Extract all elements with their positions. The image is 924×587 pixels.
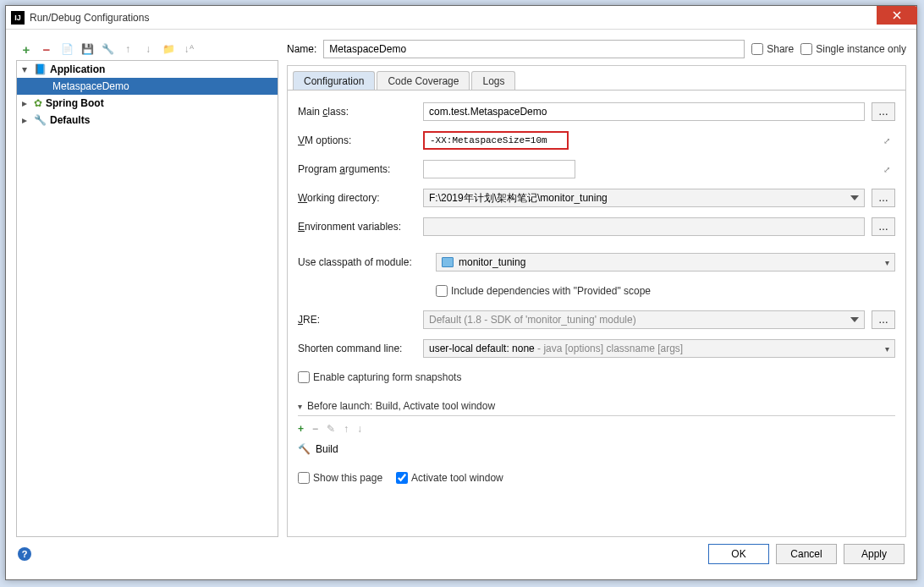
- env-vars-row: Environment variables: …: [298, 214, 895, 239]
- program-args-input[interactable]: [423, 160, 575, 178]
- name-input[interactable]: [323, 40, 745, 58]
- vm-options-input[interactable]: [423, 131, 569, 150]
- show-page-checkbox[interactable]: Show this page: [298, 472, 382, 484]
- working-dir-browse-button[interactable]: …: [872, 189, 895, 207]
- main-class-row: Main class: …: [298, 99, 895, 124]
- titlebar: IJ Run/Debug Configurations: [6, 6, 916, 30]
- tab-logs[interactable]: Logs: [471, 71, 515, 91]
- settings-icon[interactable]: 🔧: [101, 42, 114, 56]
- working-dir-row: Working directory: F:\2019年计划\架构笔记\monit…: [298, 185, 895, 211]
- config-panel: Configuration Code Coverage Logs Main cl…: [287, 65, 906, 537]
- footer-buttons: OK Cancel Apply: [708, 544, 905, 564]
- shorten-select[interactable]: user-local default: none - java [options…: [423, 339, 895, 358]
- build-task-row[interactable]: 🔨 Build: [298, 440, 895, 458]
- main-class-label: Main class:: [298, 106, 416, 118]
- chevron-down-icon: ▾: [885, 258, 889, 267]
- module-row: Use classpath of module: monitor_tuning …: [298, 250, 895, 275]
- working-dir-input[interactable]: F:\2019年计划\架构笔记\monitor_tuning: [423, 189, 865, 207]
- jre-row: JRE: Default (1.8 - SDK of 'monitor_tuni…: [298, 307, 895, 332]
- tree-label: Spring Boot: [46, 97, 104, 109]
- env-vars-label: Environment variables:: [298, 221, 416, 233]
- copy-icon[interactable]: 📄: [60, 42, 74, 56]
- remove-icon[interactable]: −: [40, 42, 53, 56]
- program-args-label: Program arguments:: [298, 163, 416, 175]
- tab-body: Main class: … VM options: ⤢: [288, 90, 905, 536]
- config-tree[interactable]: ▾ 📘 Application MetaspaceDemo ▸ ✿ Spring…: [16, 60, 278, 537]
- right-column: Name: Share Single instance only Configu…: [287, 38, 906, 537]
- single-instance-checkbox[interactable]: Single instance only: [800, 43, 906, 55]
- env-vars-input[interactable]: [423, 217, 865, 236]
- tree-node-springboot[interactable]: ▸ ✿ Spring Boot: [17, 95, 278, 112]
- dialog-window: IJ Run/Debug Configurations + − 📄 💾 🔧 ↑ …: [5, 5, 917, 580]
- expand-icon[interactable]: ▸: [22, 114, 30, 126]
- tree-label: Defaults: [50, 114, 90, 126]
- module-icon: [442, 257, 454, 267]
- before-launch-header[interactable]: ▾ Before launch: Build, Activate tool wi…: [298, 400, 895, 416]
- jre-label: JRE:: [298, 314, 416, 326]
- jre-select[interactable]: Default (1.8 - SDK of 'monitor_tuning' m…: [423, 310, 865, 329]
- ok-button[interactable]: OK: [708, 544, 769, 564]
- folder-icon[interactable]: 📁: [162, 42, 175, 56]
- up-icon[interactable]: ↑: [344, 423, 349, 435]
- cancel-button[interactable]: Cancel: [776, 544, 837, 564]
- tabs: Configuration Code Coverage Logs: [288, 66, 905, 91]
- module-value: monitor_tuning: [459, 256, 525, 268]
- activate-window-checkbox[interactable]: Activate tool window: [396, 472, 503, 484]
- enable-snapshots-row: Enable capturing form snapshots: [298, 365, 895, 390]
- tab-configuration[interactable]: Configuration: [293, 71, 375, 91]
- shorten-value: user-local default: none - java [options…: [429, 343, 683, 354]
- tree-node-metaspacedemo[interactable]: MetaspaceDemo: [17, 78, 278, 95]
- remove-icon[interactable]: −: [312, 423, 318, 435]
- left-toolbar: + − 📄 💾 🔧 ↑ ↓ 📁 ↓ᴬ: [16, 38, 278, 60]
- chevron-down-icon: ▾: [885, 344, 889, 354]
- wrench-icon: 🔧: [34, 114, 47, 126]
- shorten-row: Shorten command line: user-local default…: [298, 336, 895, 361]
- close-icon: [893, 11, 901, 19]
- vm-options-row: VM options: ⤢: [298, 128, 895, 153]
- main-class-browse-button[interactable]: …: [872, 102, 895, 121]
- tree-label: Application: [50, 63, 105, 75]
- tree-label: MetaspaceDemo: [52, 80, 129, 92]
- collapse-icon[interactable]: ▾: [22, 63, 30, 75]
- hammer-icon: 🔨: [298, 443, 311, 455]
- before-launch-options: Show this page Activate tool window: [298, 465, 895, 491]
- build-task-label: Build: [316, 443, 338, 455]
- before-launch-section: ▾ Before launch: Build, Activate tool wi…: [298, 400, 895, 491]
- sort-icon[interactable]: ↓ᴬ: [182, 42, 195, 56]
- up-icon[interactable]: ↑: [121, 42, 135, 56]
- collapse-icon: ▾: [298, 402, 302, 411]
- module-label: Use classpath of module:: [298, 256, 429, 268]
- program-args-row: Program arguments: ⤢: [298, 156, 895, 182]
- apply-button[interactable]: Apply: [844, 544, 905, 564]
- expand-icon[interactable]: ⤢: [883, 165, 890, 174]
- jre-browse-button[interactable]: …: [872, 310, 895, 329]
- share-checkbox[interactable]: Share: [751, 43, 794, 55]
- include-deps-checkbox[interactable]: Include dependencies with "Provided" sco…: [436, 285, 651, 297]
- tab-code-coverage[interactable]: Code Coverage: [377, 71, 470, 91]
- tree-node-defaults[interactable]: ▸ 🔧 Defaults: [17, 112, 278, 129]
- module-select[interactable]: monitor_tuning ▾: [436, 253, 895, 272]
- application-icon: 📘: [34, 63, 47, 75]
- add-icon[interactable]: +: [298, 423, 304, 435]
- down-icon[interactable]: ↓: [141, 42, 155, 56]
- shorten-label: Shorten command line:: [298, 343, 416, 354]
- save-icon[interactable]: 💾: [80, 42, 94, 56]
- main-row: + − 📄 💾 🔧 ↑ ↓ 📁 ↓ᴬ ▾ 📘 Application: [16, 38, 906, 537]
- help-button[interactable]: ?: [18, 547, 31, 561]
- name-row: Name: Share Single instance only: [287, 38, 906, 60]
- left-column: + − 📄 💾 🔧 ↑ ↓ 📁 ↓ᴬ ▾ 📘 Application: [16, 38, 278, 537]
- close-button[interactable]: [877, 6, 917, 25]
- main-class-input[interactable]: [423, 102, 865, 121]
- add-icon[interactable]: +: [19, 42, 33, 56]
- expand-icon[interactable]: ▸: [22, 97, 30, 109]
- spring-icon: ✿: [34, 97, 42, 109]
- env-vars-browse-button[interactable]: …: [872, 217, 895, 236]
- window-title: Run/Debug Configurations: [30, 12, 877, 24]
- expand-icon[interactable]: ⤢: [883, 136, 890, 145]
- vm-options-label: VM options:: [298, 134, 416, 146]
- tree-node-application[interactable]: ▾ 📘 Application: [17, 61, 278, 78]
- edit-icon[interactable]: ✎: [327, 423, 335, 435]
- down-icon[interactable]: ↓: [357, 423, 362, 435]
- dialog-body: + − 📄 💾 🔧 ↑ ↓ 📁 ↓ᴬ ▾ 📘 Application: [6, 30, 916, 579]
- enable-snapshots-checkbox[interactable]: Enable capturing form snapshots: [298, 371, 461, 383]
